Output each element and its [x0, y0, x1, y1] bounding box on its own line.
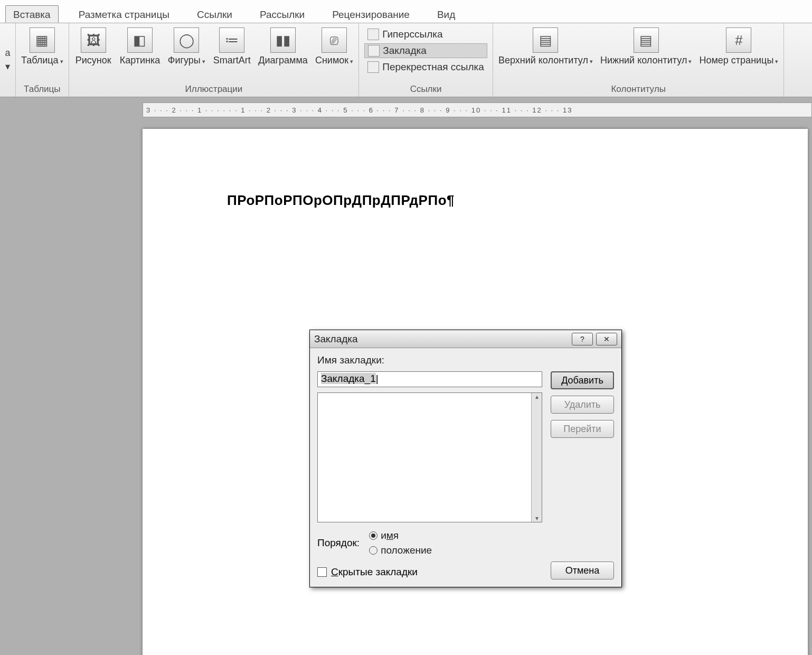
document-text: ПРоРПоРПОрОПрДПрДПРдРПо¶: [227, 192, 723, 209]
smartart-button[interactable]: ≔SmartArt: [213, 27, 251, 66]
screenshot-icon: ⎚: [322, 27, 347, 53]
ribbon-tabs: Вставка Разметка страницы Ссылки Рассылк…: [0, 0, 812, 23]
clipart-button[interactable]: ◧Картинка: [120, 27, 160, 66]
shapes-label: Фигуры: [168, 55, 205, 66]
order-by-position-radio[interactable]: положение: [369, 545, 432, 556]
clipart-label: Картинка: [120, 55, 160, 66]
bookmark-label: Закладка: [383, 45, 427, 57]
scrollbar[interactable]: [531, 393, 542, 522]
order-pos-label: положение: [381, 545, 432, 556]
shapes-button[interactable]: ◯Фигуры: [167, 27, 205, 66]
help-button[interactable]: ?: [572, 333, 593, 345]
group-label-links: Ссылки: [364, 83, 487, 96]
add-button-rest: обавить: [568, 375, 603, 386]
chart-icon: ▮▮: [270, 27, 296, 53]
dialog-titlebar[interactable]: Закладка ? ✕: [310, 330, 621, 348]
footer-label: Нижний колонтитул: [600, 55, 692, 66]
group-label-hf: Колонтитулы: [498, 83, 779, 96]
bookmark-name-input[interactable]: Закладка_1|: [317, 371, 542, 387]
chart-label: Диаграмма: [258, 55, 308, 66]
goto-button[interactable]: Перейти: [551, 420, 614, 438]
group-header-footer: ▤Верхний колонтитул ▤Нижний колонтитул #…: [493, 23, 785, 97]
picture-label: Рисунок: [75, 55, 111, 66]
hyperlink-icon: [367, 29, 379, 40]
ribbon-truncated-left: а ▾: [0, 23, 16, 97]
hyperlink-label: Гиперссылка: [382, 29, 442, 40]
workspace: 3 · · · 2 · · · 1 · · · · · · 1 · · · 2 …: [0, 97, 812, 655]
header-button[interactable]: ▤Верхний колонтитул: [498, 27, 593, 66]
chevron-down-icon: ▾: [5, 61, 10, 72]
pagenumber-label: Номер страницы: [699, 55, 778, 66]
radio-dot-icon: [369, 531, 377, 540]
chart-button[interactable]: ▮▮Диаграмма: [258, 27, 308, 66]
tab-page-layout[interactable]: Разметка страницы: [71, 6, 177, 23]
tab-mailings[interactable]: Рассылки: [252, 6, 312, 23]
hyperlink-button[interactable]: Гиперссылка: [364, 27, 487, 41]
tab-references[interactable]: Ссылки: [190, 6, 240, 23]
picture-button[interactable]: 🖼Рисунок: [74, 27, 112, 66]
crossref-icon: [367, 61, 379, 73]
tab-insert[interactable]: Вставка: [5, 5, 59, 23]
group-label-tables: Таблицы: [21, 83, 63, 96]
order-label: Порядок:: [317, 537, 360, 549]
hidden-bookmarks-checkbox[interactable]: [317, 567, 327, 577]
bookmark-list[interactable]: [317, 392, 542, 522]
footer-button[interactable]: ▤Нижний колонтитул: [600, 27, 692, 66]
table-label: Таблица: [21, 55, 63, 66]
clipart-icon: ◧: [127, 27, 153, 53]
bookmark-button[interactable]: Закладка: [364, 43, 487, 58]
bookmark-name-label: Имя закладки:: [317, 354, 542, 366]
pagenumber-button[interactable]: #Номер страницы: [699, 27, 778, 66]
dialog-title-text: Закладка: [314, 333, 358, 345]
bookmark-name-value: Закладка_1: [321, 373, 376, 384]
truncated-label: а: [5, 48, 10, 59]
bookmark-icon: [368, 45, 380, 57]
tab-view[interactable]: Вид: [430, 6, 462, 23]
cancel-button[interactable]: Отмена: [551, 562, 614, 579]
order-by-name-radio[interactable]: имя: [369, 530, 432, 541]
group-links: Гиперссылка Закладка Перекрестная ссылка…: [359, 23, 493, 97]
ribbon: а ▾ ▦ Таблица Таблицы 🖼Рисунок ◧Картинка…: [0, 23, 812, 97]
shapes-icon: ◯: [174, 27, 199, 53]
crossref-label: Перекрестная ссылка: [382, 61, 484, 73]
group-label-illustrations: Иллюстрации: [74, 83, 354, 96]
bookmark-dialog: Закладка ? ✕ Имя закладки: Закладка_1| Д…: [309, 330, 622, 587]
group-illustrations: 🖼Рисунок ◧Картинка ◯Фигуры ≔SmartArt ▮▮Д…: [69, 23, 360, 97]
smartart-label: SmartArt: [213, 55, 251, 66]
smartart-icon: ≔: [219, 27, 244, 53]
hidden-bookmarks-label: Скрытые закладки: [331, 566, 418, 578]
crossref-button[interactable]: Перекрестная ссылка: [364, 60, 487, 74]
header-label: Верхний колонтитул: [498, 55, 593, 66]
add-button[interactable]: Добавить: [551, 371, 614, 389]
radio-dot-icon: [369, 546, 377, 555]
header-icon: ▤: [533, 27, 558, 53]
picture-icon: 🖼: [81, 27, 106, 53]
screenshot-button[interactable]: ⎚Снимок: [315, 27, 353, 66]
pagenumber-icon: #: [726, 27, 751, 53]
footer-icon: ▤: [634, 27, 659, 53]
delete-button[interactable]: Удалить: [551, 396, 614, 414]
close-button[interactable]: ✕: [596, 333, 617, 345]
table-icon: ▦: [30, 27, 55, 53]
table-button[interactable]: ▦ Таблица: [21, 27, 63, 66]
group-tables: ▦ Таблица Таблицы: [16, 23, 69, 97]
horizontal-ruler[interactable]: 3 · · · 2 · · · 1 · · · · · · 1 · · · 2 …: [143, 102, 812, 117]
screenshot-label: Снимок: [315, 55, 353, 66]
tab-review[interactable]: Рецензирование: [325, 6, 417, 23]
